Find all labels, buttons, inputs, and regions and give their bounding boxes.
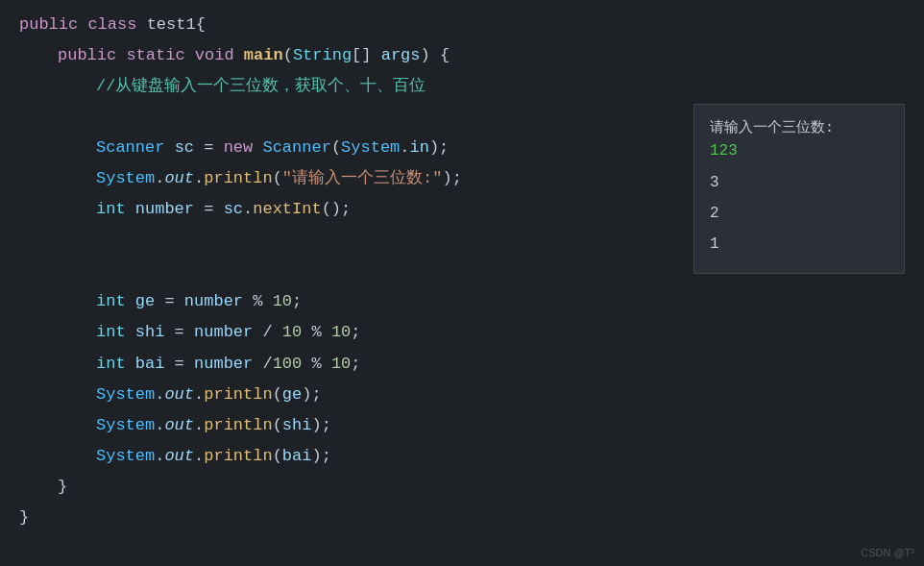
code-line-11: int shi = number / 10 % 10; <box>0 317 924 348</box>
op3: = <box>155 288 184 315</box>
op4: = <box>164 319 194 346</box>
punct-paren: ( <box>283 42 293 69</box>
paren6: ); <box>302 381 321 408</box>
semi4: ; <box>351 351 360 378</box>
mod3: % <box>302 351 331 378</box>
method-close: ) { <box>421 42 450 69</box>
println1: println <box>204 165 272 192</box>
code-line-13: System.out.println(ge); <box>0 380 924 410</box>
class-system: System <box>341 135 400 161</box>
dot9: . <box>155 443 164 470</box>
println3: println <box>204 412 272 439</box>
result-3: 1 <box>710 229 888 259</box>
output-panel: 请输入一个三位数: 123 3 2 1 <box>693 104 905 274</box>
semicolon1: ); <box>429 135 449 161</box>
method-nextint: nextInt <box>253 196 321 223</box>
paren4: (); <box>322 196 352 223</box>
system-in: in <box>410 135 429 161</box>
class-scanner: Scanner <box>96 135 175 161</box>
result-1: 3 <box>710 167 888 198</box>
div2: / <box>253 351 272 378</box>
output-results: 3 2 1 <box>710 167 888 259</box>
paren10: ); <box>311 443 330 470</box>
keyword-public2: public <box>58 42 126 69</box>
var-ge: ge <box>135 288 155 315</box>
code-line-3: //从键盘输入一个三位数，获取个、十、百位 <box>0 71 924 102</box>
dot6: . <box>194 381 204 408</box>
arg-bai: bai <box>282 443 312 470</box>
watermark: CSDN @T³ <box>861 547 914 558</box>
num-100: 100 <box>273 351 303 378</box>
method-main: main <box>244 42 283 69</box>
type-int1: int <box>96 196 135 223</box>
output-prompt-text: 请输入一个三位数: <box>710 118 888 136</box>
paren8: ); <box>311 412 330 439</box>
out2: out <box>164 381 194 408</box>
out-keyword: out <box>164 165 194 192</box>
paren9: ( <box>273 443 282 470</box>
keyword-public: public <box>19 12 87 38</box>
output-input-value: 123 <box>710 142 888 160</box>
paren2: ( <box>273 165 282 192</box>
code-editor: public class test1{ public static void m… <box>0 0 924 566</box>
dot5: . <box>155 381 164 408</box>
paren3: ); <box>442 165 461 192</box>
op-assign2: = <box>194 196 224 223</box>
num-10c: 10 <box>331 319 351 346</box>
var-number: number <box>135 196 194 223</box>
paren7: ( <box>273 412 282 439</box>
result-2: 2 <box>710 198 888 229</box>
system4: System <box>96 412 155 439</box>
param-args: args <box>381 42 421 69</box>
mod1: % <box>243 288 273 315</box>
var-sc: sc <box>175 135 194 161</box>
var-number3: number <box>194 319 253 346</box>
system2: System <box>96 165 155 192</box>
div1: / <box>253 319 282 346</box>
system5: System <box>96 443 155 470</box>
paren-open: ( <box>331 135 341 161</box>
var-number2: number <box>184 288 243 315</box>
dot4: . <box>243 196 253 223</box>
dot7: . <box>155 412 164 439</box>
keyword-class: class <box>87 12 146 38</box>
out3: out <box>164 412 194 439</box>
semi3: ; <box>351 319 360 346</box>
code-line-1: public class test1{ <box>0 10 924 40</box>
out4: out <box>164 443 194 470</box>
code-line-16: } <box>0 472 924 503</box>
brace-close2: } <box>19 504 29 531</box>
arg-ge: ge <box>282 381 302 408</box>
num-10a: 10 <box>273 288 292 315</box>
code-line-2: public static void main(String[] args) { <box>0 40 924 71</box>
type-int4: int <box>96 351 135 378</box>
op5: = <box>164 351 194 378</box>
code-line-15: System.out.println(bai); <box>0 441 924 472</box>
println2: println <box>204 381 272 408</box>
type-int2: int <box>96 288 135 315</box>
type-string: String <box>293 42 352 69</box>
dot2: . <box>155 165 164 192</box>
num-10d: 10 <box>331 351 351 378</box>
var-sc2: sc <box>224 196 243 223</box>
op-assign: = <box>194 135 224 161</box>
comment-line: //从键盘输入一个三位数，获取个、十、百位 <box>96 73 426 100</box>
dot3: . <box>194 165 204 192</box>
type-int3: int <box>96 319 135 346</box>
var-shi: shi <box>135 319 165 346</box>
code-line-12: int bai = number /100 % 10; <box>0 349 924 380</box>
paren5: ( <box>273 381 282 408</box>
dot1: . <box>400 135 409 161</box>
keyword-void: void <box>195 42 244 69</box>
code-line-17: } <box>0 503 924 533</box>
code-line-10: int ge = number % 10; <box>0 286 924 317</box>
arg-shi: shi <box>282 412 312 439</box>
class-name: test1{ <box>147 12 206 38</box>
system3: System <box>96 381 155 408</box>
class-scanner2: Scanner <box>262 135 330 161</box>
var-number4: number <box>194 351 253 378</box>
dot10: . <box>194 443 204 470</box>
num-10b: 10 <box>282 319 302 346</box>
dot8: . <box>194 412 204 439</box>
array-bracket: [] <box>352 42 381 69</box>
